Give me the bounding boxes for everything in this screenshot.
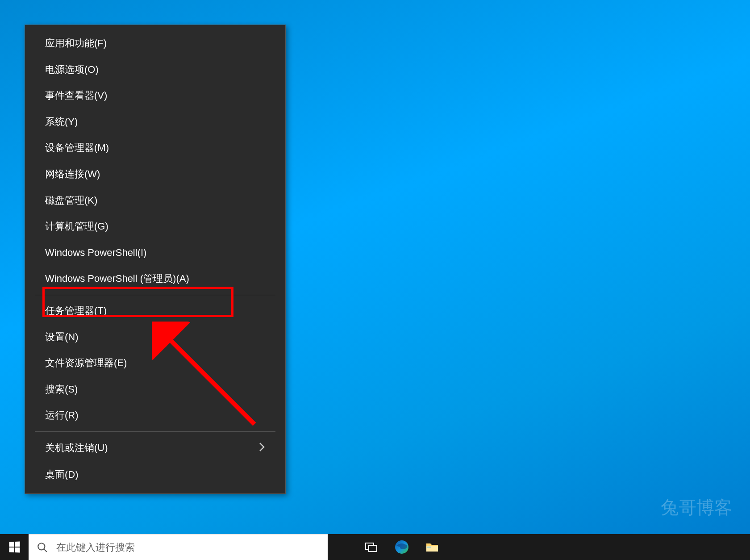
menu-item-label: 磁盘管理(K) bbox=[45, 194, 97, 207]
menu-item-system[interactable]: 系统(Y) bbox=[25, 109, 285, 135]
menu-item-label: 设备管理器(M) bbox=[45, 142, 109, 155]
menu-item-network-connections[interactable]: 网络连接(W) bbox=[25, 161, 285, 188]
svg-line-4 bbox=[44, 549, 47, 552]
menu-separator bbox=[35, 431, 275, 432]
menu-item-label: Windows PowerShell(I) bbox=[45, 247, 146, 259]
menu-item-label: 系统(Y) bbox=[45, 116, 78, 129]
chevron-right-icon bbox=[259, 441, 265, 455]
task-view-button[interactable] bbox=[356, 534, 387, 560]
menu-item-disk-management[interactable]: 磁盘管理(K) bbox=[25, 188, 285, 214]
menu-item-search[interactable]: 搜索(S) bbox=[25, 376, 285, 403]
menu-item-label: 应用和功能(F) bbox=[45, 37, 107, 50]
menu-item-label: 搜索(S) bbox=[45, 383, 78, 396]
file-explorer-button[interactable] bbox=[417, 534, 447, 560]
taskbar-pinned-icons bbox=[356, 534, 447, 560]
menu-item-label: Windows PowerShell (管理员)(A) bbox=[45, 272, 189, 285]
menu-item-powershell[interactable]: Windows PowerShell(I) bbox=[25, 240, 285, 266]
menu-item-device-manager[interactable]: 设备管理器(M) bbox=[25, 135, 285, 161]
menu-item-powershell-admin[interactable]: Windows PowerShell (管理员)(A) bbox=[25, 266, 285, 292]
menu-item-desktop[interactable]: 桌面(D) bbox=[25, 462, 285, 488]
menu-item-run[interactable]: 运行(R) bbox=[25, 402, 285, 429]
menu-item-label: 电源选项(O) bbox=[45, 63, 99, 76]
task-view-icon bbox=[365, 540, 378, 554]
svg-point-3 bbox=[38, 543, 45, 550]
start-button[interactable] bbox=[0, 534, 29, 560]
menu-item-settings[interactable]: 设置(N) bbox=[25, 324, 285, 351]
menu-item-label: 设置(N) bbox=[45, 331, 79, 344]
menu-item-label: 桌面(D) bbox=[45, 468, 79, 481]
search-icon bbox=[37, 542, 48, 553]
menu-item-event-viewer[interactable]: 事件查看器(V) bbox=[25, 83, 285, 109]
winx-context-menu: 应用和功能(F) 电源选项(O) 事件查看器(V) 系统(Y) 设备管理器(M)… bbox=[25, 25, 286, 494]
menu-item-label: 事件查看器(V) bbox=[45, 89, 107, 102]
menu-item-label: 任务管理器(T) bbox=[45, 305, 107, 318]
menu-item-label: 网络连接(W) bbox=[45, 168, 100, 181]
menu-item-shutdown-signout[interactable]: 关机或注销(U) bbox=[25, 435, 285, 462]
menu-item-label: 计算机管理(G) bbox=[45, 220, 108, 233]
taskbar: 在此键入进行搜索 bbox=[0, 534, 750, 560]
menu-item-label: 运行(R) bbox=[45, 409, 79, 422]
menu-item-task-manager[interactable]: 任务管理器(T) bbox=[25, 298, 285, 324]
taskbar-search-box[interactable]: 在此键入进行搜索 bbox=[29, 534, 328, 560]
edge-icon bbox=[394, 539, 409, 555]
svg-rect-8 bbox=[426, 546, 438, 552]
menu-item-power-options[interactable]: 电源选项(O) bbox=[25, 57, 285, 83]
folder-icon bbox=[425, 540, 439, 554]
menu-separator bbox=[35, 295, 275, 295]
menu-item-label: 关机或注销(U) bbox=[45, 442, 108, 455]
menu-item-file-explorer[interactable]: 文件资源管理器(E) bbox=[25, 350, 285, 376]
search-placeholder-text: 在此键入进行搜索 bbox=[56, 541, 135, 554]
menu-item-computer-management[interactable]: 计算机管理(G) bbox=[25, 213, 285, 240]
menu-item-label: 文件资源管理器(E) bbox=[45, 357, 127, 370]
svg-rect-9 bbox=[427, 547, 431, 547]
watermark-text: 兔哥博客 bbox=[661, 495, 732, 520]
svg-rect-6 bbox=[369, 545, 377, 552]
edge-browser-button[interactable] bbox=[387, 534, 417, 560]
menu-item-apps-features[interactable]: 应用和功能(F) bbox=[25, 30, 285, 57]
windows-logo-icon bbox=[9, 541, 20, 552]
